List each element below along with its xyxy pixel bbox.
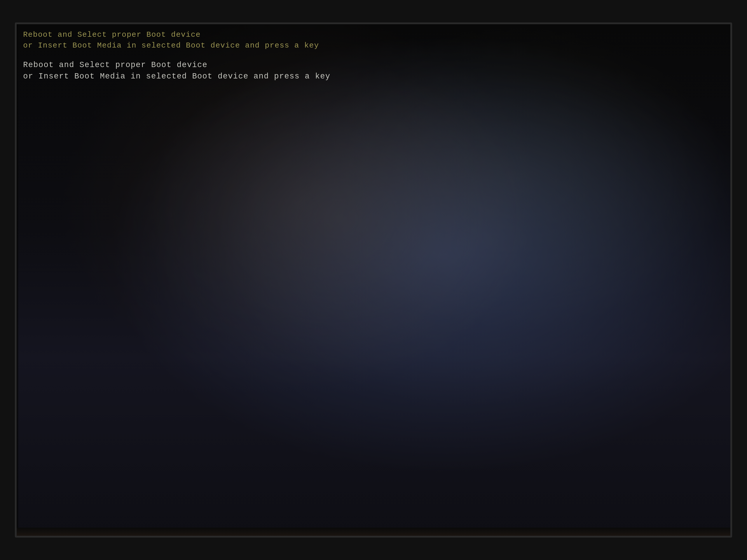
screen-wrapper: Reboot and Select proper Boot device or … <box>0 0 747 560</box>
bezel-left-edge <box>17 24 19 536</box>
message-block-1: Reboot and Select proper Boot device or … <box>23 29 724 51</box>
bios-screen: Reboot and Select proper Boot device or … <box>17 24 730 536</box>
block1-line2: or Insert Boot Media in selected Boot de… <box>23 40 724 51</box>
bezel-bottom <box>17 528 730 536</box>
text-content: Reboot and Select proper Boot device or … <box>17 24 730 96</box>
block2-line2: or Insert Boot Media in selected Boot de… <box>23 71 724 82</box>
block2-line1: Reboot and Select proper Boot device <box>23 59 724 71</box>
monitor-bezel: Reboot and Select proper Boot device or … <box>15 23 732 537</box>
message-block-2: Reboot and Select proper Boot device or … <box>23 59 724 82</box>
block1-line1: Reboot and Select proper Boot device <box>23 29 724 41</box>
